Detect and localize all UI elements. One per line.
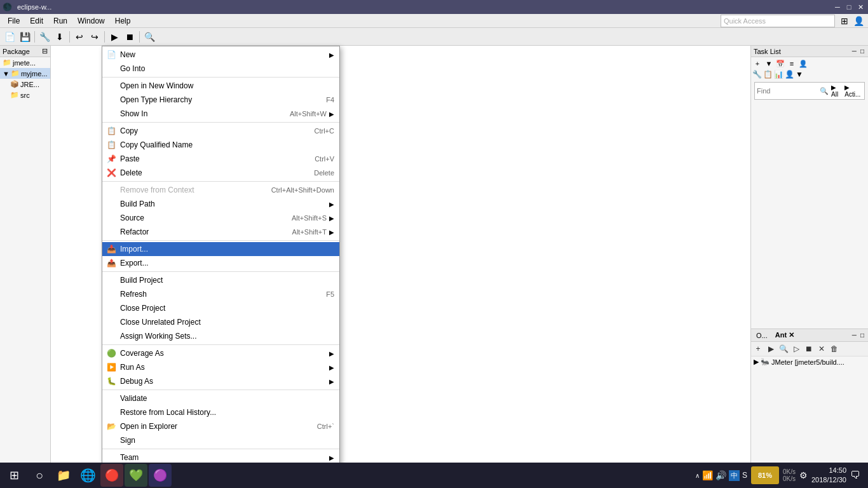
task-person-btn[interactable]: 👤 xyxy=(798,58,808,69)
maximize-button[interactable]: □ xyxy=(844,2,854,12)
task-list-minimize[interactable]: ─ xyxy=(851,47,858,55)
ant-item-arrow: ▶ xyxy=(754,358,759,366)
ant-maximize[interactable]: □ xyxy=(859,331,865,339)
tree-icon-jre: 📦 xyxy=(10,80,19,88)
ant-clear-btn[interactable]: 🗑 xyxy=(829,343,840,355)
ctx-item-debug-as[interactable]: 🐛Debug As▶ xyxy=(102,374,339,388)
ctx-item-close-project[interactable]: Close Project xyxy=(102,301,339,315)
ctx-item-new[interactable]: 📄New▶ xyxy=(102,48,339,62)
taskbar-search[interactable]: ○ xyxy=(28,464,51,487)
ctx-item-source[interactable]: SourceAlt+Shift+S▶ xyxy=(102,211,339,225)
ant-item-jmeter[interactable]: ▶ 🐜 JMeter [jmeter5/build.... xyxy=(751,356,868,367)
toolbar-btn6[interactable]: ⏹ xyxy=(123,30,137,44)
quick-access-box[interactable]: Quick Access xyxy=(721,15,835,27)
open-perspective-btn[interactable]: 👤 xyxy=(851,14,865,28)
ctx-item-validate[interactable]: Validate xyxy=(102,391,339,405)
ctx-label-import: Import... xyxy=(120,245,334,254)
ctx-item-import[interactable]: 📥Import... xyxy=(102,242,339,256)
tray-network[interactable]: 📶 xyxy=(702,470,713,480)
tray-chevron[interactable]: ∧ xyxy=(695,472,700,479)
minimize-button[interactable]: ─ xyxy=(832,2,843,12)
toolbar-btn7[interactable]: 🔍 xyxy=(142,30,156,44)
ctx-label-assign-working: Assign Working Sets... xyxy=(120,332,334,341)
ctx-item-open-new-window[interactable]: Open in New Window xyxy=(102,79,339,93)
toolbar-btn2[interactable]: ⬇ xyxy=(53,30,67,44)
menu-window[interactable]: Window xyxy=(72,14,110,27)
tree-item-myjmeter[interactable]: ▼ 📁 myjme... xyxy=(0,68,50,79)
ctx-item-assign-working[interactable]: Assign Working Sets... xyxy=(102,329,339,343)
ctx-separator xyxy=(102,390,339,390)
ctx-item-paste[interactable]: 📌PasteCtrl+V xyxy=(102,152,339,166)
ctx-item-delete[interactable]: ❌DeleteDelete xyxy=(102,166,339,180)
ctx-item-refresh[interactable]: RefreshF5 xyxy=(102,287,339,301)
taskbar-app2[interactable]: 💚 xyxy=(125,464,147,487)
toolbar-new[interactable]: 📄 xyxy=(3,30,17,44)
ctx-item-build-path[interactable]: Build Path▶ xyxy=(102,197,339,211)
ant-search-btn[interactable]: 🔍 xyxy=(778,343,789,355)
taskbar-files[interactable]: 📁 xyxy=(52,464,75,487)
toolbar-btn5[interactable]: ▶ xyxy=(107,30,121,44)
ctx-item-copy[interactable]: 📋CopyCtrl+C xyxy=(102,124,339,138)
task-search-input[interactable] xyxy=(755,86,818,95)
start-button[interactable]: ⊞ xyxy=(3,464,25,487)
ctx-item-build-project[interactable]: Build Project xyxy=(102,273,339,287)
ctx-item-coverage-as[interactable]: 🟢Coverage As▶ xyxy=(102,346,339,360)
toolbar-btn1[interactable]: 🔧 xyxy=(37,30,51,44)
ant-add-btn[interactable]: + xyxy=(752,343,764,355)
task-all-btn[interactable]: ▶ All xyxy=(830,83,843,99)
ctx-item-close-unrelated[interactable]: Close Unrelated Project xyxy=(102,315,339,329)
task-list-btn[interactable]: ≡ xyxy=(787,58,797,69)
toolbar-btn3[interactable]: ↩ xyxy=(72,30,86,44)
ant-play-btn[interactable]: ▷ xyxy=(790,343,802,355)
ctx-item-restore-history[interactable]: Restore from Local History... xyxy=(102,405,339,419)
taskbar-eclipse[interactable]: 🟣 xyxy=(149,464,172,487)
task-acti-btn[interactable]: ▶ Acti... xyxy=(843,83,864,99)
tree-item-jmeter[interactable]: 📁 jmete... xyxy=(0,57,50,68)
menu-run[interactable]: Run xyxy=(48,14,72,27)
task-search-box[interactable]: 🔍 ▶ All ▶ Acti... xyxy=(754,82,865,100)
ctx-item-run-as[interactable]: ▶️Run As▶ xyxy=(102,360,339,374)
time-display[interactable]: 14:50 2018/12/30 xyxy=(811,466,846,485)
taskbar-browser1[interactable]: 🌐 xyxy=(76,464,99,487)
task-add-btn[interactable]: + xyxy=(752,58,763,69)
ant-stop-btn[interactable]: ⏹ xyxy=(803,343,815,355)
ctx-separator xyxy=(102,122,339,123)
tray-lang[interactable]: 中 xyxy=(729,470,740,481)
notification-btn[interactable]: 🗨 xyxy=(850,470,860,481)
close-button[interactable]: ✕ xyxy=(855,2,865,12)
ctx-item-export[interactable]: 📤Export... xyxy=(102,256,339,270)
tab-o[interactable]: O... xyxy=(754,331,770,340)
toolbar: 📄 💾 🔧 ⬇ ↩ ↪ ▶ ⏹ 🔍 xyxy=(0,28,868,46)
ant-run-btn[interactable]: ▶ xyxy=(765,343,776,355)
ctx-item-copy-qualified[interactable]: 📋Copy Qualified Name xyxy=(102,138,339,152)
ctx-item-sign[interactable]: Sign xyxy=(102,433,339,447)
task-calendar-btn[interactable]: 📅 xyxy=(775,58,785,69)
tray-ime[interactable]: S xyxy=(742,471,747,480)
perspective-btn[interactable]: ⊞ xyxy=(837,14,851,28)
ctx-label-open-type-hierarchy: Open Type Hierarchy xyxy=(120,95,313,104)
ctx-item-go-into[interactable]: Go Into xyxy=(102,62,339,76)
ctx-item-show-in[interactable]: Show InAlt+Shift+W▶ xyxy=(102,107,339,121)
menu-edit[interactable]: Edit xyxy=(25,14,48,27)
tray-settings[interactable]: ⚙ xyxy=(799,470,808,480)
tab-ant[interactable]: Ant ✕ xyxy=(773,330,797,340)
tray-volume[interactable]: 🔊 xyxy=(715,470,726,480)
ctx-label-build-path: Build Path xyxy=(120,200,327,208)
task-filter-btn[interactable]: ▼ xyxy=(764,58,774,69)
ctx-item-open-type-hierarchy[interactable]: Open Type HierarchyF4 xyxy=(102,93,339,107)
toolbar-save[interactable]: 💾 xyxy=(18,30,32,44)
toolbar-btn4[interactable]: ↪ xyxy=(88,30,102,44)
task-list-maximize[interactable]: □ xyxy=(859,47,865,55)
tree-item-src[interactable]: 📁 src xyxy=(0,90,50,100)
menu-help[interactable]: Help xyxy=(110,14,136,27)
menu-file[interactable]: File xyxy=(3,14,25,27)
taskbar-app1[interactable]: 🔴 xyxy=(100,464,123,487)
ctx-separator xyxy=(102,77,339,78)
ctx-item-refactor[interactable]: RefactorAlt+Shift+T▶ xyxy=(102,225,339,239)
ctx-item-open-explorer[interactable]: 📂Open in ExplorerCtrl+` xyxy=(102,419,339,433)
task-search-icon[interactable]: 🔍 xyxy=(818,86,830,97)
tree-item-jre[interactable]: 📦 JRE... xyxy=(0,79,50,90)
tray-icons: ∧ 📶 🔊 中 S xyxy=(695,470,747,481)
ant-minimize[interactable]: ─ xyxy=(851,331,858,339)
ant-cancel-btn[interactable]: ✕ xyxy=(816,343,827,355)
